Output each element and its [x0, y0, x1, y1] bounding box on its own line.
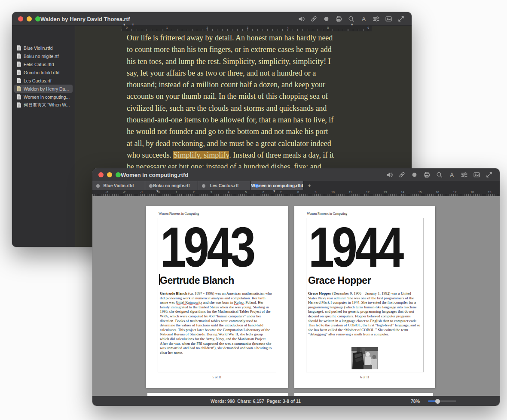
sidebar-file-item[interactable]: Felis Catus.rtfd	[14, 60, 73, 68]
ruler-tick-label: 2	[193, 191, 195, 194]
ruler-tick-label: 5	[327, 26, 329, 29]
sidebar-file-item[interactable]: Les Cactus.rtf	[14, 76, 73, 85]
biography-text[interactable]: Gertrude Blanch (ca. 1897 - 1996) was an…	[160, 291, 273, 355]
indent-marker-icon[interactable]: ▾	[123, 23, 125, 27]
tab-stop-icon[interactable]: Ŧ	[132, 23, 134, 27]
women-in-computing-window: Women in computing.rtfd A Blue Violin.rt…	[92, 168, 500, 406]
zoom-slider[interactable]	[428, 401, 456, 402]
tab-document-icon	[96, 184, 100, 188]
year-heading: 1943	[160, 221, 253, 274]
window-title: Walden by Henry David Thorea.rtf	[40, 15, 130, 22]
ruler-tick-label: 1	[176, 191, 177, 194]
document-text[interactable]: Our life is frittered away by detail. An…	[127, 32, 334, 173]
zoom-percentage: 78%	[411, 399, 420, 404]
tab-label: Women in computing.rtfd	[251, 183, 303, 188]
printer-icon[interactable]	[423, 171, 431, 178]
ruler-tick-label: 1	[166, 26, 168, 29]
sliders-icon[interactable]	[461, 171, 468, 178]
document-stats: Words: 998 Chars: 6,157 Pages: 3-8 of 11	[170, 399, 342, 404]
record-icon[interactable]	[411, 171, 418, 178]
biography-text[interactable]: Grace Hopper (December 9, 1906 – January…	[308, 291, 420, 337]
page-6[interactable]: Women Pioneers in Computing 1944 Grace H…	[294, 206, 435, 388]
record-icon[interactable]	[323, 15, 330, 22]
sliders-icon[interactable]	[373, 15, 380, 22]
file-name: Blue Violin.rtfd	[24, 46, 53, 51]
next-page-edge	[147, 393, 288, 396]
right-indent-marker-icon[interactable]: ▾	[273, 189, 275, 193]
minimize-button[interactable]	[107, 172, 112, 177]
file-name: Women in computing...	[24, 94, 70, 100]
page-number: 6 of 11	[294, 375, 435, 379]
bold-lead-in: Grace Hopper	[308, 291, 331, 295]
ruler-tick-label: 5	[245, 191, 247, 194]
document-area[interactable]: Women Pioneers in Computing 1943 Gertrud…	[92, 196, 500, 396]
fullscreen-icon[interactable]	[486, 171, 493, 178]
year-heading: 1944	[308, 221, 401, 274]
sidebar-file-item[interactable]: Walden by Henry Da...	[14, 85, 73, 93]
link-icon[interactable]	[398, 171, 406, 178]
sidebar-file-item[interactable]: 何日君再来 “When W...	[14, 101, 73, 109]
tab-label: Les Cactus.rtf	[210, 183, 239, 188]
zoom-button[interactable]	[35, 16, 40, 21]
zoom-slider-thumb[interactable]	[435, 399, 440, 404]
page-header: Women Pioneers in Computing	[307, 212, 347, 216]
tab-label: Blue Violin.rtfd	[104, 183, 134, 188]
text-frame: 1944 Grace Hopper Grace Hopper (December…	[306, 218, 424, 372]
fonts-icon[interactable]: A	[448, 171, 455, 178]
titlebar[interactable]: Women in computing.rtfd A	[92, 168, 500, 181]
svg-text:A: A	[362, 15, 366, 22]
new-tab-button[interactable]: +	[304, 181, 315, 190]
search-icon[interactable]	[348, 15, 355, 22]
ruler-tick-label: 7	[280, 191, 282, 194]
tab-women-in-computing-rtfd[interactable]: Women in computing.rtfd	[251, 181, 304, 190]
printer-icon[interactable]	[335, 15, 342, 22]
tab-blue-violin-rtfd[interactable]: Blue Violin.rtfd	[92, 181, 145, 190]
svg-text:A: A	[450, 171, 454, 178]
body-text: and she was born in	[202, 300, 234, 304]
sidebar-file-item[interactable]: Women in computing...	[14, 93, 73, 101]
tab-document-icon	[202, 184, 205, 188]
file-name: Felis Catus.rtfd	[24, 62, 54, 67]
fonts-icon[interactable]: A	[360, 15, 367, 22]
link-icon[interactable]	[310, 15, 318, 22]
grace-hopper-photo	[351, 347, 378, 371]
speaker-icon[interactable]	[298, 15, 305, 22]
tab-label: Boku no migite.rtf	[153, 183, 190, 188]
ruler-tick-label: 19	[488, 191, 492, 194]
zoom-button[interactable]	[116, 172, 121, 177]
speaker-icon[interactable]	[386, 171, 393, 178]
media-icon[interactable]	[473, 171, 480, 178]
right-indent-marker-icon[interactable]: ▾	[351, 23, 353, 27]
window-title: Women in computing.rtfd	[121, 171, 188, 178]
file-name: 何日君再来 “When W...	[24, 102, 70, 108]
close-button[interactable]	[98, 172, 104, 177]
sidebar-file-item[interactable]: Blue Violin.rtfd	[14, 44, 73, 52]
status-bar: Words: 998 Chars: 6,157 Pages: 3-8 of 11…	[92, 396, 500, 406]
file-sidebar: Blue Violin.rtfdBoku no migite.rtfFelis …	[12, 26, 75, 247]
ruler-tick-label: 11	[349, 191, 352, 194]
media-icon[interactable]	[385, 15, 392, 22]
ruler-tick-label: 9	[315, 191, 317, 194]
toolbar: A	[386, 171, 493, 178]
fullscreen-icon[interactable]	[397, 15, 405, 22]
sidebar-file-item[interactable]: Gumiho trifold.rtfd	[14, 68, 73, 76]
tab-bar: Blue Violin.rtfdBoku no migite.rtfLes Ca…	[92, 181, 500, 190]
sidebar-file-item[interactable]: Boku no migite.rtf	[14, 52, 73, 60]
indent-marker-icon[interactable]: ▾	[156, 189, 159, 193]
file-list: Blue Violin.rtfdBoku no migite.rtfFelis …	[12, 26, 75, 109]
toolbar: A	[298, 15, 405, 22]
file-name: Boku no migite.rtf	[24, 54, 59, 59]
page-5[interactable]: Women Pioneers in Computing 1943 Gertrud…	[146, 206, 288, 388]
tab-les-cactus-rtf[interactable]: Les Cactus.rtf	[198, 181, 251, 190]
ruler-tick-label: 16	[436, 191, 439, 194]
ruler-tick-label: 15	[418, 191, 422, 194]
tab-boku-no-migite-rtf[interactable]: Boku no migite.rtf	[145, 181, 198, 190]
ruler-tick-label: 17	[453, 191, 457, 194]
search-icon[interactable]	[436, 171, 443, 178]
next-page-edge	[294, 393, 433, 396]
bold-lead-in: Gertrude Blanch	[160, 291, 187, 295]
close-button[interactable]	[18, 16, 23, 21]
ruler-tick-label: 3	[211, 191, 212, 194]
ruler-tick-label: 4	[287, 26, 289, 29]
minimize-button[interactable]	[27, 16, 32, 21]
